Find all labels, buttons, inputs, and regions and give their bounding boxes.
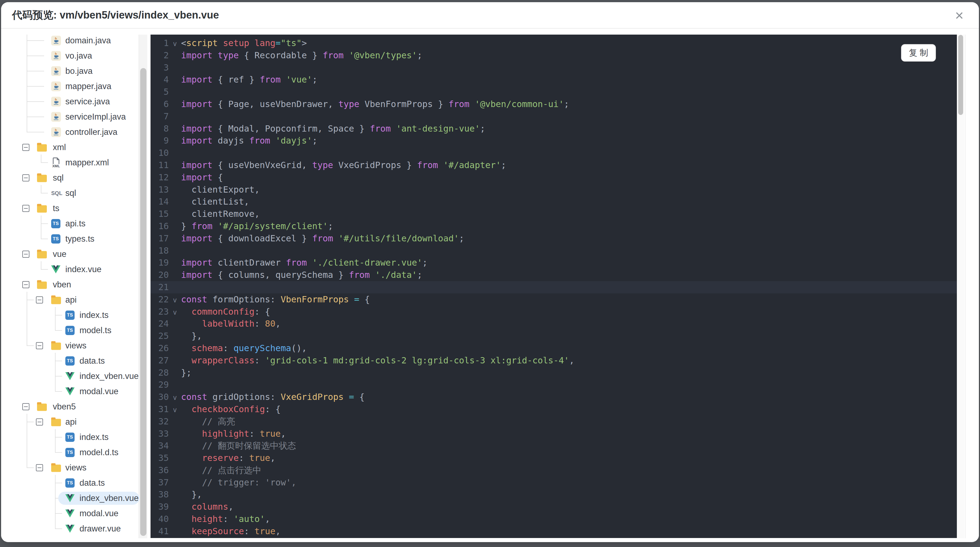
line-number: 18 (151, 245, 169, 257)
tree-item-model-d-ts[interactable]: TSmodel.d.ts (1, 445, 138, 460)
tree-stub-line (55, 330, 62, 331)
collapse-toggle-icon[interactable] (22, 403, 29, 410)
code-line: 37 // trigger: 'row', (151, 477, 957, 489)
tree-item-drawer-vue[interactable]: drawer.vue (1, 521, 138, 536)
fold-chevron-icon[interactable]: v (169, 38, 181, 50)
code-text: import { ref } from 'vue'; (181, 74, 317, 85)
line-number: 40 (151, 513, 169, 525)
fold-chevron-icon[interactable]: v (169, 392, 181, 404)
tree-item-index-vue[interactable]: index.vue (1, 262, 138, 277)
code-text: labelWidth: 80, (181, 319, 281, 329)
collapse-toggle-icon[interactable] (22, 250, 29, 258)
tree-item-label: api (65, 417, 76, 427)
line-number: 4 (151, 73, 169, 86)
code-line: 32 // 高亮 (151, 415, 957, 428)
tree-item-types-ts[interactable]: TStypes.ts (1, 231, 138, 247)
tree-item-label: model.d.ts (80, 448, 118, 458)
collapse-toggle-icon[interactable] (36, 342, 43, 349)
tree-item-label: service.java (65, 97, 110, 107)
code-line: 39 columns, (151, 501, 957, 513)
tree-item-mapper-xml[interactable]: XMLmapper.xml (1, 155, 138, 170)
folder-icon (51, 297, 61, 304)
folder-icon (51, 419, 61, 426)
fold-chevron-icon[interactable]: v (169, 404, 181, 416)
tree-item-data-ts[interactable]: TSdata.ts (1, 475, 138, 491)
code-text: // 高亮 (181, 416, 235, 427)
code-text: import { (181, 172, 223, 182)
fold-chevron-icon[interactable]: v (169, 294, 181, 306)
collapse-toggle-icon[interactable] (22, 174, 29, 182)
tree-stub-line (55, 391, 62, 392)
folder-icon (51, 465, 61, 472)
tree-item-label: serviceImpl.java (65, 112, 126, 122)
tree-item-modal-vue[interactable]: modal.vue (1, 506, 138, 521)
tree-item-modal-vue[interactable]: modal.vue (1, 384, 138, 399)
tree-stub-line (41, 163, 48, 163)
tree-item-index-vben-vue[interactable]: index_vben.vue (1, 368, 138, 384)
line-number: 5 (151, 86, 169, 98)
tree-item-views[interactable]: views (1, 460, 138, 475)
code-scrollbar-thumb[interactable] (958, 35, 963, 115)
code-line: 25 }, (151, 330, 957, 342)
tree-item-views[interactable]: views (1, 338, 138, 353)
code-text: clientExport, (181, 184, 260, 195)
tree-item-index-vben-vue[interactable]: index_vben.vue (1, 491, 138, 506)
code-text: highlight: true, (181, 429, 286, 439)
code-text: reserve: true, (181, 453, 275, 463)
tree-item-serviceimpl-java[interactable]: serviceImpl.java (1, 109, 138, 124)
line-number: 24 (151, 317, 169, 330)
line-number: 10 (151, 147, 169, 159)
tree-item-label: modal.vue (80, 509, 118, 518)
folder-icon (37, 282, 47, 289)
tree-item-label: domain.java (65, 36, 111, 46)
tree-item-ts[interactable]: ts (1, 201, 138, 216)
line-number: 31 (151, 403, 169, 415)
code-text: columns, (181, 501, 234, 512)
tree-item-sql[interactable]: SQLsql (1, 185, 138, 201)
collapse-toggle-icon[interactable] (36, 418, 43, 426)
collapse-toggle-icon[interactable] (22, 144, 29, 151)
tree-item-data-ts[interactable]: TSdata.ts (1, 353, 138, 368)
tree-item-api[interactable]: api (1, 292, 138, 308)
tree-item-vben5[interactable]: vben5 (1, 399, 138, 414)
collapse-toggle-icon[interactable] (22, 281, 29, 288)
tree-stub-line (27, 345, 34, 346)
tree-item-xml[interactable]: xml (1, 140, 138, 155)
collapse-toggle-icon[interactable] (22, 205, 29, 212)
line-number: 30 (151, 391, 169, 403)
collapse-toggle-icon[interactable] (36, 297, 43, 303)
vue-file-icon (65, 494, 75, 502)
copy-button[interactable]: 复 制 (901, 44, 936, 62)
tree-item-sql[interactable]: sql (1, 170, 138, 185)
line-number: 16 (151, 220, 169, 232)
code-line: 31v checkboxConfig: { (151, 403, 957, 415)
dialog-body: domain.javavo.javabo.javamapper.javaserv… (1, 35, 979, 538)
tree-item-mapper-java[interactable]: mapper.java (1, 79, 138, 94)
code-text: keepSource: true, (181, 526, 281, 536)
tree-item-api-ts[interactable]: TSapi.ts (1, 216, 138, 231)
tree-item-api[interactable]: api (1, 414, 138, 430)
java-file-icon (51, 112, 61, 122)
tree-item-index-ts[interactable]: TSindex.ts (1, 308, 138, 323)
collapse-toggle-icon[interactable] (36, 464, 43, 471)
tree-scrollbar-thumb[interactable] (140, 68, 146, 536)
tree-item-model-ts[interactable]: TSmodel.ts (1, 323, 138, 338)
tree-item-label: index_vben.vue (80, 493, 138, 503)
tree-item-bo-java[interactable]: bo.java (1, 64, 138, 79)
tree-item-domain-java[interactable]: domain.java (1, 35, 138, 48)
tree-item-index-ts[interactable]: TSindex.ts (1, 430, 138, 445)
code-text: checkboxConfig: { (181, 404, 281, 414)
close-icon[interactable]: × (948, 4, 971, 27)
tree-item-vben[interactable]: vben (1, 277, 138, 292)
tree-item-service-java[interactable]: service.java (1, 94, 138, 109)
line-number: 11 (151, 159, 169, 171)
fold-chevron-icon[interactable]: v (169, 306, 181, 319)
code-line: 26 schema: querySchema(), (151, 342, 957, 354)
tree-item-label: index.ts (80, 310, 109, 320)
tree-item-vue[interactable]: vue (1, 247, 138, 262)
code-line: 20import { columns, querySchema } from '… (151, 269, 957, 281)
tree-item-controller-java[interactable]: controller.java (1, 124, 138, 140)
line-number: 8 (151, 123, 169, 135)
tree-item-vo-java[interactable]: vo.java (1, 48, 138, 64)
ts-file-icon: TS (51, 234, 60, 244)
